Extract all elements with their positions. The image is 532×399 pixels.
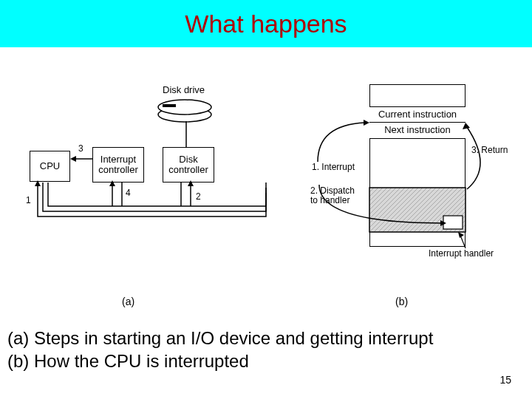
- caption-block: (a) Steps in starting an I/O device and …: [7, 327, 525, 372]
- bus-lines: [22, 180, 273, 232]
- disk-ctrl-l2: controller: [168, 165, 208, 175]
- title-bar: What happens: [0, 0, 532, 47]
- interrupt-controller-box: Interrupt controller: [92, 147, 144, 183]
- dispatch-l1: 2. Dispatch: [310, 185, 355, 196]
- figure-a: Disk drive CPU Interrupt controller Disk…: [22, 84, 281, 262]
- page-number: 15: [499, 374, 511, 386]
- step-1-num: 1: [26, 195, 31, 205]
- cpu-label: CPU: [40, 161, 60, 171]
- svg-marker-11: [188, 180, 194, 186]
- disk-link: [183, 121, 189, 148]
- figure-a-label: (a): [122, 296, 134, 307]
- next-instruction-label: Next instruction: [384, 125, 451, 135]
- figure-area: Disk drive CPU Interrupt controller Disk…: [0, 47, 532, 291]
- step-3-num: 3: [78, 143, 83, 154]
- current-instruction-label: Current instruction: [378, 109, 457, 120]
- return-step-label: 3. Return: [471, 145, 508, 155]
- int-ctrl-l2: controller: [98, 165, 137, 175]
- interrupt-handler-label: Interrupt handler: [429, 248, 494, 259]
- dispatch-step-label: 2. Dispatch to handler: [310, 186, 355, 205]
- cpu-box: CPU: [30, 151, 70, 182]
- step-4-num: 4: [126, 188, 131, 198]
- svg-rect-2: [163, 104, 176, 107]
- arrow-3: [70, 154, 92, 163]
- disk-drive-icon: [155, 98, 214, 124]
- disk-controller-box: Disk controller: [163, 147, 214, 183]
- return-arrow: [464, 123, 501, 193]
- svg-marker-10: [35, 180, 41, 186]
- caption-line-a: (a) Steps in starting an I/O device and …: [7, 327, 525, 349]
- handler-pointer: [458, 232, 473, 250]
- svg-marker-19: [463, 123, 470, 129]
- disk-drive-label: Disk drive: [163, 84, 205, 95]
- figure-b-label: (b): [395, 296, 408, 307]
- page-title: What happens: [185, 10, 347, 38]
- disk-ctrl-l1: Disk: [179, 154, 197, 165]
- svg-marker-4: [70, 156, 76, 162]
- step-2-num: 2: [196, 191, 201, 202]
- dispatch-l2: to handler: [310, 195, 349, 205]
- current-instruction-row: Current instruction: [369, 106, 466, 123]
- next-instruction-row: Next instruction: [369, 123, 466, 139]
- interrupt-step-label: 1. Interrupt: [312, 162, 355, 172]
- caption-line-b: (b) How the CPU is interrupted: [7, 349, 525, 372]
- svg-marker-17: [364, 120, 369, 126]
- figure-b: Current instruction Next instruction 1. …: [310, 84, 517, 262]
- svg-marker-18: [440, 220, 446, 226]
- int-ctrl-l1: Interrupt: [100, 154, 136, 165]
- svg-marker-12: [109, 180, 115, 186]
